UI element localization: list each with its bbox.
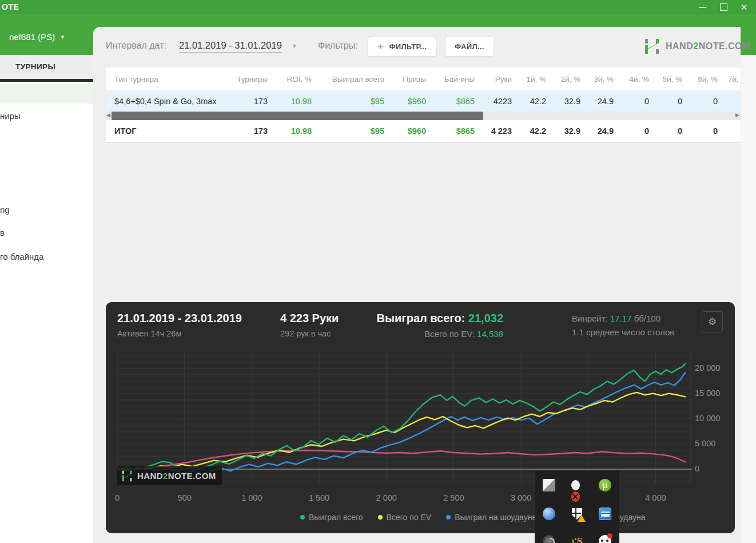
header-cell[interactable]: Турниры bbox=[226, 75, 268, 84]
header-cell[interactable]: 4й, % bbox=[614, 75, 649, 84]
add-filter-button[interactable]: + ФИЛЬТР... bbox=[368, 37, 436, 57]
scroll-right-icon[interactable]: ▶ bbox=[735, 112, 739, 118]
legend-label: Всего по EV bbox=[387, 513, 432, 522]
tab-active-underline bbox=[0, 79, 93, 82]
chevron-down-icon[interactable]: ▼ bbox=[292, 43, 297, 49]
header-cell[interactable]: Руки bbox=[475, 75, 512, 84]
scrollbar-thumb[interactable] bbox=[112, 112, 483, 120]
account-label: nef681 (PS) bbox=[9, 32, 55, 42]
minimize-button[interactable] bbox=[693, 0, 713, 14]
window-title: OTE bbox=[2, 2, 19, 11]
pokerstars-gold-icon[interactable]: ı'S bbox=[570, 534, 584, 543]
chart-winrate: Винрейт: 17.17 бб/100 bbox=[572, 314, 660, 323]
header-cell[interactable]: ROI, % bbox=[268, 75, 312, 84]
utorrent-icon[interactable]: µ bbox=[598, 478, 612, 493]
sidebar-item[interactable]: в bbox=[0, 228, 5, 237]
chart-active-time: Активен 14ч 26м bbox=[117, 329, 181, 338]
x-tick-label: 500 bbox=[168, 493, 202, 502]
x-tick-label: 1 500 bbox=[302, 493, 336, 502]
row-cell[interactable]: $4,6+$0,4 Spin & Go, 3max bbox=[114, 97, 226, 106]
penguin-app-icon[interactable] bbox=[598, 534, 612, 543]
header-cell[interactable]: Бай-ины bbox=[426, 75, 475, 84]
x-tick-label: 0 bbox=[100, 493, 134, 502]
total-cell: 42.2 bbox=[512, 126, 546, 136]
legend-item[interactable]: Всего по EV bbox=[378, 513, 432, 522]
total-cell: 173 bbox=[226, 126, 268, 136]
header-cell[interactable]: Призы bbox=[384, 75, 426, 84]
row-cell[interactable]: 42.2 bbox=[512, 97, 546, 106]
chart-hands-per-hour: 292 рук в час bbox=[280, 329, 331, 338]
file-button-label: ФАЙЛ... bbox=[455, 42, 484, 51]
total-cell: $960 bbox=[384, 126, 426, 136]
chart-hands-count: 4 223 Руки bbox=[280, 312, 339, 325]
x-tick-label: 2 000 bbox=[369, 493, 404, 502]
row-cell[interactable]: 4223 bbox=[475, 97, 512, 106]
close-button[interactable]: ✕ bbox=[734, 0, 754, 14]
legend-item[interactable]: Выиграл всего bbox=[300, 513, 363, 522]
row-cell[interactable]: $95 bbox=[312, 97, 384, 106]
tab-tournaments[interactable]: ТУРНИРЫ bbox=[15, 62, 55, 71]
sidebar-item[interactable]: ниры bbox=[0, 111, 21, 121]
row-cell[interactable]: 173 bbox=[226, 97, 268, 106]
sidebar-item[interactable]: ng bbox=[0, 205, 10, 215]
total-cell: 4 223 bbox=[475, 126, 512, 136]
table-header-row: Тип турнираТурнирыROI, %Выиграл всегоПри… bbox=[106, 68, 741, 90]
table-horizontal-scrollbar[interactable]: ◀ ▶ bbox=[106, 112, 741, 120]
sidebar-item[interactable]: го блайнда bbox=[0, 252, 43, 261]
header-cell[interactable]: 2й, % bbox=[546, 75, 580, 84]
header-cell[interactable]: Выиграл всего bbox=[312, 75, 384, 84]
payment-card-icon[interactable] bbox=[598, 506, 612, 521]
row-cell[interactable]: 24.9 bbox=[580, 97, 614, 106]
chart-date-range: 21.01.2019 - 23.01.2019 bbox=[117, 312, 242, 325]
chart-avg-tables: 1.1 среднее число столов bbox=[572, 327, 674, 337]
file-button[interactable]: ФАЙЛ... bbox=[445, 37, 494, 57]
x-tick-label: 2 500 bbox=[436, 493, 471, 502]
chevron-down-icon: ▼ bbox=[60, 34, 65, 40]
row-cell[interactable]: 32.9 bbox=[546, 97, 580, 106]
total-cell: 10.98 bbox=[268, 126, 312, 136]
x-tick-label: 4 000 bbox=[638, 493, 673, 502]
header-cell[interactable]: 7й, % bbox=[718, 75, 741, 84]
y-tick-label: 10 000 bbox=[695, 414, 720, 423]
y-tick-label: 15 000 bbox=[695, 389, 720, 398]
volume-icon[interactable] bbox=[542, 534, 556, 543]
brand-logo: HAND2NOTE.COM bbox=[643, 38, 750, 54]
row-cell[interactable]: 0 bbox=[682, 97, 718, 106]
brand-text: HAND2NOTE.COM bbox=[666, 41, 750, 51]
browser-sphere-icon[interactable] bbox=[542, 506, 556, 521]
header-cell[interactable]: 5й, % bbox=[649, 75, 682, 84]
watermark: HAND2NOTE.COM bbox=[117, 466, 222, 485]
row-cell[interactable]: 0 bbox=[614, 97, 649, 106]
account-selector[interactable]: nef681 (PS) ▼ bbox=[9, 32, 65, 42]
row-cell[interactable]: 10.98 bbox=[268, 97, 312, 106]
watermark-text: HAND2NOTE.COM bbox=[137, 471, 216, 481]
chart-won-total: Выиграл всего: 21,032 bbox=[377, 312, 503, 325]
screenshot-app-icon[interactable] bbox=[542, 478, 556, 493]
series-Выиграл всего bbox=[117, 363, 686, 470]
header-cell[interactable]: 6й, % bbox=[682, 75, 718, 84]
audio-device-error-icon[interactable]: ✕ bbox=[570, 478, 584, 493]
toolbar: Интервал дат: 21.01.2019 - 31.01.2019 ▼ … bbox=[93, 27, 741, 61]
hand2note-logo-icon bbox=[121, 470, 133, 482]
total-cell: ИТОГ bbox=[114, 126, 226, 136]
filters-label: Фильтры: bbox=[318, 41, 358, 51]
header-cell[interactable]: 3й, % bbox=[580, 75, 614, 84]
date-range-picker[interactable]: 21.01.2019 - 31.01.2019 bbox=[179, 40, 282, 53]
maximize-button[interactable] bbox=[714, 0, 733, 14]
scroll-left-icon[interactable]: ◀ bbox=[106, 112, 110, 118]
row-cell[interactable]: $865 bbox=[426, 97, 475, 106]
row-cell[interactable]: $960 bbox=[384, 97, 426, 106]
defender-warning-icon[interactable] bbox=[570, 506, 584, 521]
legend-item[interactable]: Выиграл на шоудауне bbox=[446, 513, 536, 522]
gear-icon: ⚙ bbox=[708, 316, 717, 328]
tournament-stats-table: Тип турнираТурнирыROI, %Выиграл всегоПри… bbox=[106, 68, 741, 142]
legend-dot-icon bbox=[300, 515, 305, 520]
total-cell: 32.9 bbox=[546, 126, 580, 136]
table-row[interactable]: $4,6+$0,4 Spin & Go, 3max17310.98$95$960… bbox=[106, 90, 741, 112]
chart-settings-button[interactable]: ⚙ bbox=[702, 311, 723, 332]
row-cell[interactable]: 0 bbox=[649, 97, 682, 106]
header-cell[interactable]: 1й, % bbox=[512, 75, 546, 84]
header-cell[interactable]: Тип турнира bbox=[114, 75, 226, 84]
sidebar-selected-row[interactable] bbox=[0, 84, 93, 104]
filter-button-label: ФИЛЬТР... bbox=[389, 42, 427, 51]
